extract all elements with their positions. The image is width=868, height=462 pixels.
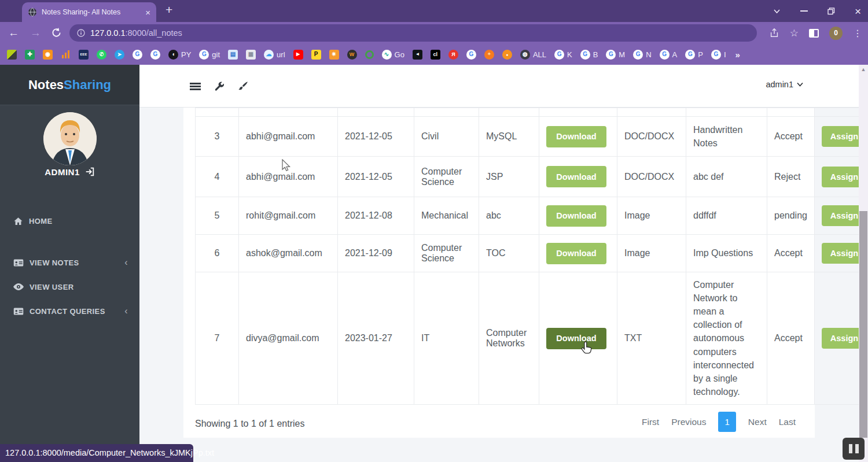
share-icon[interactable] (769, 28, 779, 38)
bookmarks-bar: ✚◉EEE✆➤GG◖PYGgit▤▦☁url▶P✷W∿Go◄clЯG✦●◍ALL… (0, 44, 868, 65)
bookmark-item[interactable]: ◉ (43, 50, 53, 60)
cell-filetype: Image (617, 197, 686, 235)
bookmark-item[interactable]: G (150, 50, 160, 60)
paint-brush-icon[interactable] (236, 79, 251, 93)
reload-button[interactable] (51, 27, 62, 38)
tab-close-icon[interactable]: × (145, 8, 150, 17)
cell-desc: abc def (686, 157, 767, 197)
bookmark-item[interactable]: ▶ (293, 50, 303, 60)
bookmark-item[interactable]: GM (606, 50, 625, 60)
bookmark-item[interactable]: ◖PY (168, 50, 191, 60)
menu-dots-icon[interactable]: ⋮ (853, 28, 862, 39)
bookmark-item[interactable]: EEE (79, 50, 89, 60)
window-restore-button[interactable] (827, 8, 835, 15)
bookmark-item[interactable]: ∿Go (382, 50, 404, 60)
address-bar[interactable]: 127.0.0.1:8000/all_notes (69, 24, 757, 42)
side-panel-icon[interactable] (809, 29, 819, 38)
page-scrollbar[interactable]: ▲ (859, 65, 868, 462)
info-icon[interactable] (77, 29, 85, 37)
scrollbar-up-arrow[interactable]: ▲ (859, 66, 868, 72)
pagination-current-page[interactable]: 1 (718, 412, 735, 432)
user-dropdown[interactable]: admin1 (766, 80, 803, 89)
bookmark-item[interactable]: GN (633, 50, 651, 60)
back-button[interactable]: ← (8, 27, 19, 39)
bookmark-item[interactable]: ✆ (97, 50, 106, 60)
sidebar-item-home[interactable]: HOME (0, 209, 139, 232)
bookmark-item[interactable]: ✚ (25, 50, 35, 60)
bookmark-item[interactable]: GI (711, 50, 726, 60)
bookmark-item[interactable]: ✦ (484, 50, 494, 60)
pagination-first[interactable]: First (642, 417, 659, 427)
bookmark-item[interactable]: GP (685, 50, 703, 60)
bookmark-item[interactable]: P (311, 50, 321, 60)
bookmark-item[interactable]: ✷ (329, 50, 339, 60)
bookmark-item[interactable]: Я (448, 50, 458, 60)
pagination-last[interactable]: Last (779, 417, 796, 427)
pagination-next[interactable]: Next (748, 417, 767, 427)
download-button[interactable]: Download (546, 328, 606, 349)
bookmarks-overflow-icon[interactable]: » (735, 50, 740, 60)
scrollbar-thumb[interactable] (859, 211, 867, 438)
pause-overlay-button[interactable] (843, 438, 865, 460)
bookmark-item[interactable]: G (133, 50, 142, 60)
window-minimize-button[interactable] (800, 10, 808, 12)
cell-status: Accept (767, 117, 815, 157)
cell-email: rohit@gmail.com (239, 197, 338, 235)
bookmark-item[interactable]: G (466, 50, 476, 60)
bookmark-item[interactable]: Ggit (199, 50, 220, 60)
download-button[interactable]: Download (546, 126, 606, 147)
browser-tab[interactable]: Notes Sharing- All Notes × (22, 2, 156, 22)
download-button[interactable]: Download (546, 166, 606, 187)
bookmark-item[interactable]: ▦ (246, 50, 256, 60)
bookmark-item[interactable]: GK (554, 50, 572, 60)
chevron-left-icon: ‹ (124, 306, 128, 316)
bookmark-item[interactable]: ☁url (264, 50, 285, 60)
sidebar-item-view-notes[interactable]: VIEW NOTES ‹ (0, 251, 139, 274)
cell-subject: JSP (479, 157, 539, 197)
bookmark-favicon: ✦ (484, 50, 494, 60)
bookmark-label: N (646, 50, 651, 59)
wrench-icon[interactable] (212, 79, 227, 93)
bookmark-item[interactable] (61, 50, 71, 58)
profile-avatar[interactable]: 0 (829, 27, 843, 40)
eye-icon (13, 283, 24, 291)
window-close-button[interactable]: × (855, 6, 861, 17)
hamburger-menu-icon[interactable] (187, 79, 203, 93)
bookmark-favicon: ▦ (246, 50, 256, 60)
download-button[interactable]: Download (546, 205, 606, 227)
bookmark-item[interactable]: ▤ (228, 50, 238, 60)
bookmark-item[interactable]: cl (431, 50, 440, 60)
brand-logo[interactable]: NotesSharing (0, 65, 139, 105)
bookmark-item[interactable] (7, 50, 17, 60)
bookmark-item[interactable] (365, 50, 374, 59)
cell-date: 2021-12-05 (338, 117, 414, 157)
tab-title: Notes Sharing- All Notes (42, 8, 141, 16)
sidebar-item-contact-queries[interactable]: CONTACT QUERIES ‹ (0, 300, 139, 323)
new-tab-button[interactable]: + (165, 3, 172, 17)
bookmark-item[interactable]: ◄ (413, 50, 422, 60)
bookmark-favicon: G (660, 50, 670, 60)
sidebar-item-view-user[interactable]: VIEW USER (0, 275, 139, 298)
id-card-icon (13, 258, 24, 267)
download-button[interactable]: Download (546, 243, 606, 264)
bookmark-favicon: W (347, 50, 357, 60)
pagination: First Previous 1 Next Last (642, 412, 796, 432)
bookmark-favicon: ✷ (329, 50, 339, 60)
logout-icon[interactable] (84, 167, 95, 177)
bookmark-item[interactable]: W (347, 50, 357, 60)
cell-desc: Imp Questions (686, 235, 767, 272)
bookmark-item[interactable]: ➤ (115, 50, 124, 60)
bookmark-star-icon[interactable]: ☆ (790, 27, 799, 39)
window-chevron-icon[interactable] (773, 9, 781, 14)
bookmark-favicon: ➤ (115, 50, 124, 60)
bookmark-item[interactable]: GB (580, 50, 598, 60)
bookmark-label: url (277, 50, 285, 59)
bookmark-favicon (61, 50, 71, 58)
bookmark-item[interactable]: ● (502, 50, 512, 60)
cell-branch: Mechanical (414, 197, 479, 235)
cell-num: 7 (196, 272, 239, 405)
forward-button[interactable]: → (30, 27, 41, 39)
bookmark-item[interactable]: GA (660, 50, 678, 60)
pagination-previous[interactable]: Previous (671, 417, 706, 427)
bookmark-item[interactable]: ◍ALL (520, 50, 546, 60)
